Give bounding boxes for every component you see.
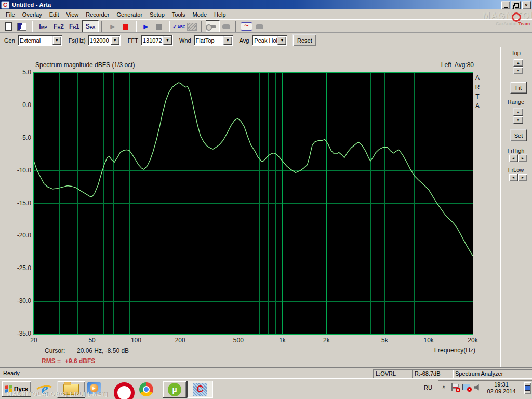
ie-swoosh-icon: [34, 384, 55, 397]
reset-button[interactable]: Reset: [292, 34, 316, 46]
disabled-tool-button[interactable]: [220, 21, 233, 32]
menu-tools[interactable]: Tools: [168, 10, 189, 19]
signal-generator-button[interactable]: ~: [240, 21, 253, 32]
explorer-taskbar-button[interactable]: [57, 381, 85, 398]
menu-setup[interactable]: Setup: [146, 10, 168, 19]
record-icon: [123, 24, 128, 30]
spa-mode-button[interactable]: Spa: [82, 20, 99, 33]
top-up-button[interactable]: ▲: [513, 59, 523, 66]
chevron-down-icon: ▼: [226, 38, 230, 42]
disabled-tool-button[interactable]: [253, 21, 266, 32]
status-ready: Ready: [3, 370, 20, 376]
menu-overlay[interactable]: Overlay: [19, 10, 46, 19]
channel-average-info: Left Avg:80: [384, 61, 474, 69]
cursor-readout: 20.06 Hz, -8.50 dB: [77, 347, 129, 354]
dropdown-button[interactable]: ▼: [163, 36, 172, 45]
toolbar-separator: [201, 21, 203, 32]
menu-generator[interactable]: Generator: [113, 10, 147, 19]
key-icon: [209, 25, 216, 28]
chrome-icon[interactable]: [139, 382, 153, 396]
folder-icon: [63, 384, 79, 395]
calibrate-button[interactable]: ✓ABC: [172, 21, 185, 32]
menu-file[interactable]: File: [2, 10, 19, 19]
fit-button[interactable]: Fit: [510, 82, 527, 94]
spectrum-plot[interactable]: [33, 72, 473, 335]
play-icon: ►: [142, 22, 150, 31]
chevron-down-icon: ▼: [166, 38, 169, 42]
status-right-level: R:-68.7dB: [412, 369, 454, 379]
fs-value: 192000: [88, 37, 110, 44]
window-title: Untitled - Arta: [12, 2, 51, 8]
fft-select[interactable]: 131072 ▼: [141, 35, 173, 46]
no-display-button[interactable]: [185, 21, 198, 32]
y-tick-label: -20.0: [17, 232, 31, 239]
left-arrow-icon: ◄: [512, 176, 515, 179]
toolbar-separator: [135, 21, 137, 32]
y-tick-label: -10.0: [17, 167, 31, 174]
language-indicator[interactable]: RU: [424, 384, 432, 391]
start-analysis-button[interactable]: ►: [139, 21, 152, 32]
menu-view[interactable]: View: [63, 10, 83, 19]
top-spinner: ▲ ▼: [513, 59, 523, 74]
stop-analysis-button[interactable]: [152, 21, 165, 32]
overlay-button[interactable]: [15, 21, 28, 32]
gen-select[interactable]: External ▼: [18, 35, 62, 46]
play-disabled-button[interactable]: ►: [106, 21, 119, 32]
rms-readout: +9.6 dBFS: [65, 357, 95, 365]
opera-icon[interactable]: [114, 382, 135, 399]
new-file-button[interactable]: [2, 21, 15, 32]
menu-recorder[interactable]: Recorder: [82, 10, 113, 19]
x-axis-title: Frequency(Hz): [384, 347, 475, 354]
dropdown-button[interactable]: ▼: [277, 36, 286, 45]
wnd-select[interactable]: FlatTop ▼: [194, 35, 233, 46]
restore-button[interactable]: [511, 1, 521, 9]
frhigh-left-button[interactable]: ◄: [509, 154, 518, 162]
minimize-button[interactable]: [501, 1, 510, 9]
show-desktop-button[interactable]: [524, 382, 531, 394]
frhigh-right-button[interactable]: ►: [518, 154, 527, 162]
fr2-mode-button[interactable]: Fr2: [51, 21, 66, 32]
menu-help[interactable]: Help: [210, 10, 230, 19]
set-button[interactable]: Set: [510, 129, 527, 141]
frlow-right-button[interactable]: ►: [518, 174, 527, 181]
y-tick-label: -30.0: [17, 297, 31, 304]
lock-button[interactable]: [206, 20, 220, 33]
security-alert-icon[interactable]: ×: [451, 383, 459, 392]
dropdown-button[interactable]: ▼: [223, 36, 232, 45]
top-down-button[interactable]: ▼: [513, 66, 523, 74]
dropdown-button[interactable]: ▼: [111, 36, 119, 45]
media-player-icon[interactable]: ►: [87, 382, 101, 394]
tray-chevron-icon[interactable]: «: [441, 385, 447, 389]
x-tick-label: 200: [175, 337, 185, 344]
play-icon: ►: [109, 22, 116, 31]
network-disconnected-icon[interactable]: ×: [462, 384, 471, 391]
taskbar-clock[interactable]: 19:31 02.09.2014: [484, 380, 518, 396]
fs-select[interactable]: 192000 ▼: [88, 35, 121, 46]
dropdown-button[interactable]: ▼: [52, 36, 61, 45]
close-button[interactable]: ×: [522, 1, 531, 9]
menu-edit[interactable]: Edit: [46, 10, 63, 19]
arta-taskbar-button[interactable]: C: [187, 381, 213, 398]
app-icon[interactable]: C: [1, 1, 9, 9]
range-up-button[interactable]: ▲: [513, 108, 523, 116]
range-down-button[interactable]: ▼: [513, 116, 523, 124]
windows-logo-icon: [5, 385, 12, 393]
abc-label: ABC: [178, 25, 185, 29]
cursor-label: Cursor:: [45, 347, 65, 354]
chevron-down-icon: ▼: [113, 38, 117, 42]
fr1-mode-button[interactable]: Fr1: [66, 21, 82, 32]
wnd-value: FlatTop: [194, 37, 223, 44]
utorrent-taskbar-button[interactable]: µ: [163, 381, 187, 398]
x-tick-label: 20: [30, 337, 37, 344]
imp-mode-button[interactable]: Imp: [35, 21, 51, 32]
spectrum-curve: [34, 73, 473, 334]
start-button[interactable]: Пуск: [2, 381, 31, 397]
check-icon: ✓: [172, 24, 177, 30]
record-button[interactable]: [119, 21, 132, 32]
fft-value: 131072: [141, 37, 163, 44]
avg-select[interactable]: Peak Hol ▼: [252, 35, 287, 46]
frlow-left-button[interactable]: ◄: [509, 174, 518, 181]
menu-mode[interactable]: Mode: [189, 10, 210, 19]
internet-explorer-icon[interactable]: e: [36, 381, 53, 396]
utorrent-icon: µ: [168, 383, 181, 396]
